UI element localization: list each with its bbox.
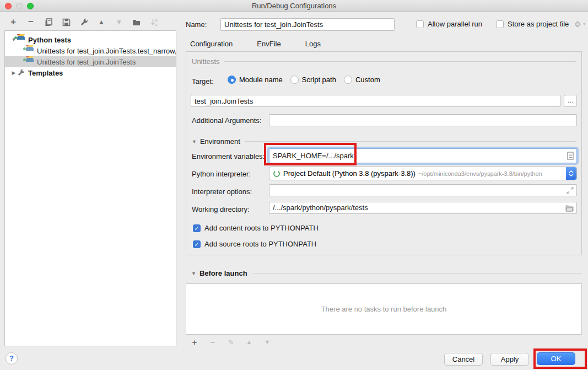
- section-collapse-icon[interactable]: ▼: [191, 271, 196, 276]
- before-launch-toolbar: + − ✎ ▲ ▼: [189, 336, 273, 347]
- python-interpreter-select[interactable]: Project Default (Python 3.8 (pyspark-3.8…: [269, 167, 577, 180]
- interpreter-options-input[interactable]: [269, 184, 577, 196]
- tree-node-jointests-selected[interactable]: Unittests for test_join.JoinTests: [5, 56, 176, 67]
- environment-section-title: Environment: [200, 137, 240, 146]
- working-directory-value: /.../spark/python/pyspark/tests: [273, 203, 368, 212]
- browse-target-button[interactable]: ...: [564, 95, 577, 107]
- tree-node-label: Templates: [28, 69, 63, 77]
- additional-arguments-input[interactable]: [269, 114, 577, 126]
- remove-task-button[interactable]: −: [207, 336, 218, 347]
- plus-icon: +: [192, 337, 197, 347]
- cancel-button[interactable]: Cancel: [444, 353, 483, 366]
- triangle-down-icon: ▼: [265, 339, 271, 345]
- before-launch-empty-text: There are no tasks to run before launch: [186, 284, 581, 334]
- plus-icon: +: [10, 17, 16, 28]
- create-folder-button[interactable]: [131, 17, 142, 28]
- copy-configuration-button[interactable]: [43, 17, 54, 28]
- conda-env-icon: [273, 170, 280, 178]
- divider: [224, 61, 576, 62]
- radio-label: Custom: [355, 76, 380, 84]
- sort-az-icon: az: [150, 18, 159, 26]
- checkbox-checked-icon[interactable]: ✓: [193, 240, 201, 248]
- chevron-down-icon: ▾: [583, 22, 585, 26]
- environment-section-header[interactable]: ▼ Environment: [192, 137, 576, 146]
- checkbox-unchecked-icon[interactable]: [496, 20, 504, 28]
- allow-parallel-run-label: Allow parallel run: [428, 20, 482, 28]
- edit-task-button[interactable]: ✎: [225, 336, 236, 347]
- radio-label: Module name: [239, 76, 283, 84]
- add-task-button[interactable]: +: [189, 336, 200, 347]
- environment-variables-label: Environment variables:: [192, 152, 265, 160]
- add-configuration-button[interactable]: +: [8, 17, 19, 28]
- move-task-up-button[interactable]: ▲: [244, 336, 255, 347]
- environment-variables-input[interactable]: SPARK_HOME=/.../spark: [269, 148, 577, 163]
- working-directory-input[interactable]: /.../spark/python/pyspark/tests: [269, 202, 577, 214]
- tab-envfile[interactable]: EnvFile: [252, 37, 285, 52]
- triangle-up-icon: ▲: [246, 339, 252, 345]
- python-interpreter-label: Python interpreter:: [192, 170, 251, 178]
- new-folder-icon: [132, 18, 141, 26]
- store-as-project-file-checkbox[interactable]: Store as project file ▾: [496, 20, 585, 28]
- templates-wrench-icon: [17, 69, 25, 77]
- additional-arguments-label: Additional Arguments:: [192, 116, 261, 125]
- edit-templates-button[interactable]: [78, 17, 89, 28]
- add-source-roots-label: Add source roots to PYTHONPATH: [204, 240, 316, 248]
- allow-parallel-run-checkbox[interactable]: Allow parallel run: [416, 20, 482, 28]
- add-content-roots-checkbox[interactable]: ✓ Add content roots to PYTHONPATH: [193, 224, 319, 232]
- section-collapse-icon[interactable]: ▼: [192, 139, 197, 144]
- remove-configuration-button[interactable]: −: [25, 17, 36, 28]
- move-task-down-button[interactable]: ▼: [262, 336, 273, 347]
- before-launch-section-header[interactable]: ▼ Before launch: [191, 269, 582, 277]
- window-title: Run/Debug Configurations: [0, 2, 588, 10]
- sort-configurations-button[interactable]: az: [149, 17, 160, 28]
- minus-icon: −: [28, 17, 34, 28]
- tree-node-test-narrow[interactable]: Unittests for test_join.JoinTests.test_n…: [5, 45, 176, 56]
- radio-script-path[interactable]: Script path: [290, 76, 336, 84]
- radio-module-name[interactable]: Module name: [228, 76, 283, 84]
- name-input[interactable]: [220, 18, 395, 31]
- svg-text:a: a: [155, 18, 158, 22]
- configuration-panel: Unittests Target: Module name Script pat…: [186, 51, 582, 255]
- divider: [252, 273, 582, 274]
- before-launch-title: Before launch: [199, 269, 247, 277]
- target-input[interactable]: [191, 95, 560, 107]
- add-source-roots-checkbox[interactable]: ✓ Add source roots to PYTHONPATH: [193, 240, 316, 248]
- tree-node-templates[interactable]: ▶ Templates: [5, 67, 176, 78]
- select-stepper-icon[interactable]: [566, 167, 576, 180]
- target-radio-group: Module name Script path Custom: [228, 76, 388, 84]
- environment-variables-value: SPARK_HOME=/.../spark: [273, 152, 354, 160]
- triangle-up-icon: ▲: [98, 18, 105, 26]
- chevron-collapsed-icon[interactable]: ▶: [10, 70, 17, 76]
- radio-custom[interactable]: Custom: [344, 76, 380, 84]
- tab-logs[interactable]: Logs: [301, 37, 325, 52]
- pencil-icon: ✎: [228, 338, 234, 346]
- unittests-section-header: Unittests: [192, 57, 576, 66]
- radio-selected-icon[interactable]: [228, 76, 236, 84]
- folder-icon[interactable]: [565, 205, 574, 212]
- target-label: Target:: [192, 77, 214, 85]
- python-interpreter-path: ~/opt/miniconda3/envs/pyspark-3.8/bin/py…: [418, 170, 542, 177]
- ok-button[interactable]: OK: [537, 352, 575, 365]
- wrench-icon: [80, 18, 88, 26]
- gear-icon[interactable]: [574, 20, 581, 28]
- save-configuration-button[interactable]: [61, 17, 72, 28]
- before-launch-task-list[interactable]: There are no tasks to run before launch: [186, 283, 582, 335]
- expand-field-icon[interactable]: [567, 187, 574, 194]
- radio-unselected-icon[interactable]: [290, 76, 299, 84]
- tree-node-python-tests[interactable]: ▼ Python tests: [5, 34, 176, 45]
- triangle-down-icon: ▼: [116, 18, 122, 26]
- checkbox-checked-icon[interactable]: ✓: [193, 224, 201, 232]
- tree-node-label: Python tests: [28, 36, 71, 44]
- move-up-button[interactable]: ▲: [96, 17, 107, 28]
- edit-variables-icon[interactable]: [567, 152, 574, 160]
- run-debug-configurations-dialog: Run/Debug Configurations + − ▲ ▼ az: [0, 0, 588, 370]
- checkbox-unchecked-icon[interactable]: [416, 20, 424, 28]
- apply-button[interactable]: Apply: [490, 353, 529, 366]
- help-button[interactable]: ?: [6, 352, 18, 364]
- python-test-icon: [26, 47, 34, 55]
- tab-configuration[interactable]: Configuration: [186, 37, 237, 52]
- svg-text:z: z: [155, 22, 158, 26]
- move-down-button[interactable]: ▼: [114, 17, 125, 28]
- radio-unselected-icon[interactable]: [344, 76, 352, 84]
- interpreter-options-label: Interpreter options:: [192, 187, 252, 196]
